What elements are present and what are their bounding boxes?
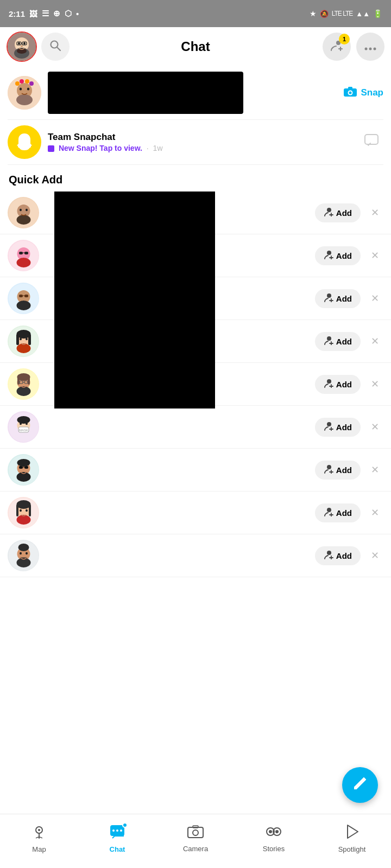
add-label-7: Add [336, 465, 352, 475]
add-label-4: Add [336, 337, 352, 346]
svg-rect-59 [28, 334, 31, 345]
svg-point-116 [116, 829, 118, 832]
team-snapchat-name: Team Snapchat [48, 132, 353, 143]
svg-point-20 [20, 88, 22, 91]
svg-rect-42 [24, 252, 28, 254]
svg-rect-97 [16, 505, 18, 516]
qa-name-area-8: Name [45, 508, 310, 518]
qa-avatar-5 [8, 368, 39, 400]
notification-badge: 1 [339, 34, 350, 44]
qa-avatar-2 [8, 240, 39, 271]
svg-point-119 [193, 830, 198, 835]
dot-indicator: • [76, 9, 79, 18]
dismiss-button-6[interactable]: ✕ [366, 418, 383, 436]
quick-add-item-6[interactable]: MASK Name Add [0, 406, 391, 449]
chat-nav-icon [109, 824, 125, 843]
svg-rect-30 [365, 135, 378, 144]
snap-time: 1w [153, 144, 163, 152]
add-button-6[interactable]: Add [315, 418, 361, 437]
add-button-8[interactable]: Add [315, 503, 361, 522]
add-button-3[interactable]: Add [315, 289, 361, 308]
team-snapchat-sub: New Snap! Tap to view. · 1w [48, 144, 353, 152]
add-button-1[interactable]: Add [315, 203, 361, 222]
svg-rect-68 [17, 377, 20, 385]
nav-item-stories[interactable]: Stories [235, 825, 313, 853]
svg-point-23 [20, 79, 24, 84]
add-friend-button[interactable]: 1 [323, 33, 351, 61]
compose-fab-button[interactable] [342, 767, 378, 803]
nav-item-camera[interactable]: Camera [156, 825, 235, 853]
dismiss-button-3[interactable]: ✕ [366, 290, 383, 307]
more-options-button[interactable] [356, 33, 384, 61]
snap-button[interactable]: Snap [343, 86, 383, 100]
qa-name-area-1: Name sub [45, 204, 310, 221]
svg-rect-98 [29, 505, 31, 516]
map-icon [31, 824, 47, 843]
dismiss-button-5[interactable]: ✕ [366, 375, 383, 393]
svg-point-33 [16, 215, 30, 225]
photo-icon: 🖼 [29, 9, 37, 18]
add-person-icon-6 [324, 422, 333, 432]
status-time: 2:11 [9, 9, 25, 18]
add-label-5: Add [336, 380, 352, 389]
dismiss-button-1[interactable]: ✕ [366, 204, 383, 221]
team-snapchat-message-button[interactable] [360, 130, 383, 154]
qa-avatar-4 [8, 326, 39, 357]
chat-notification-dot [122, 822, 128, 828]
quick-add-item-9[interactable]: Name Add ✕ [0, 534, 391, 577]
add-label-6: Add [336, 423, 352, 432]
svg-point-108 [26, 552, 28, 554]
add-label-2: Add [336, 251, 352, 260]
dismiss-button-4[interactable]: ✕ [366, 333, 383, 350]
svg-point-15 [369, 47, 372, 50]
status-icons-right: ★ 🔕 LTE LTE ▲▲ 🔋 [310, 9, 382, 18]
add-button-5[interactable]: Add [315, 375, 361, 394]
mute-icon: 🔕 [320, 10, 329, 18]
my-avatar-container[interactable] [7, 31, 37, 62]
svg-point-22 [15, 81, 20, 86]
dismiss-button-8[interactable]: ✕ [366, 504, 383, 521]
svg-rect-69 [28, 377, 30, 385]
search-button[interactable] [41, 33, 70, 61]
svg-point-21 [27, 88, 29, 91]
svg-point-81 [26, 422, 28, 425]
message-icon: ☰ [42, 9, 49, 18]
qa-name-area-3: Name [45, 293, 310, 303]
add-person-icon-4 [324, 336, 333, 347]
svg-line-11 [57, 47, 60, 50]
quick-add-item-8[interactable]: Name Add ✕ [0, 492, 391, 534]
svg-rect-49 [24, 295, 28, 297]
nav-item-spotlight[interactable]: Spotlight [313, 824, 391, 853]
my-avatar [8, 33, 36, 61]
close-icon-6: ✕ [371, 421, 379, 433]
teams-icon: ⬡ [65, 9, 72, 18]
add-label-9: Add [336, 551, 352, 560]
close-icon-8: ✕ [371, 507, 379, 519]
nav-item-map[interactable]: Map [0, 824, 78, 853]
team-snapchat-avatar [8, 125, 41, 159]
lte-icon: LTE LTE [332, 10, 353, 17]
dismiss-button-2[interactable]: ✕ [366, 247, 383, 264]
add-person-icon-8 [324, 508, 333, 518]
add-button-4[interactable]: Add [315, 332, 361, 351]
svg-rect-41 [19, 252, 23, 254]
add-person-icon-5 [324, 379, 333, 390]
svg-rect-48 [19, 295, 23, 297]
chat-item-1[interactable]: Snap [0, 66, 391, 119]
search-icon [49, 40, 61, 54]
add-button-2[interactable]: Add [315, 246, 361, 265]
dismiss-button-9[interactable]: ✕ [366, 547, 383, 564]
compose-icon [352, 775, 368, 795]
close-icon-4: ✕ [371, 335, 379, 347]
qa-avatar-9 [8, 540, 39, 571]
add-button-9[interactable]: Add [315, 546, 361, 565]
chat-item-team-snapchat[interactable]: Team Snapchat New Snap! Tap to view. · 1… [0, 120, 391, 164]
svg-point-16 [374, 47, 376, 50]
dismiss-button-7[interactable]: ✕ [366, 461, 383, 478]
stories-nav-icon [265, 825, 282, 843]
add-button-7[interactable]: Add [315, 461, 361, 480]
quick-add-item-7[interactable]: Name Add ✕ [0, 449, 391, 492]
nav-item-chat[interactable]: Chat [78, 824, 156, 853]
nav-label-spotlight: Spotlight [338, 845, 366, 853]
close-icon-3: ✕ [371, 292, 379, 304]
